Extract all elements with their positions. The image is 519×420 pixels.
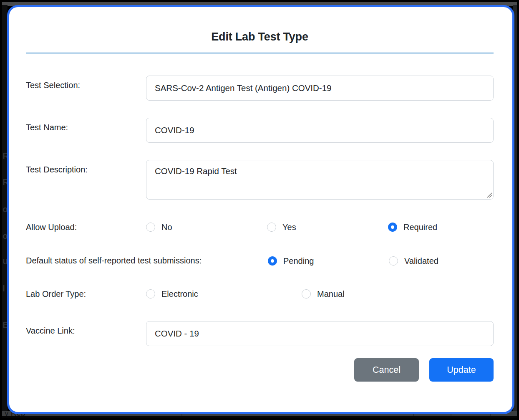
- lab-order-type-label: Lab Order Type:: [26, 288, 146, 300]
- radio-label: No: [161, 222, 172, 232]
- radio-label: Validated: [404, 256, 438, 266]
- test-selection-label: Test Selection:: [26, 76, 146, 91]
- radio-label: Yes: [282, 222, 296, 232]
- vaccine-link-row: Vaccine Link:: [26, 321, 494, 346]
- allow-upload-option-no[interactable]: No: [146, 222, 267, 232]
- test-description-textarea[interactable]: COVID-19 Rapid Test: [146, 160, 494, 200]
- dialog-title: Edit Lab Test Type: [26, 30, 494, 43]
- radio-button-required[interactable]: [388, 223, 397, 232]
- radio-label: Pending: [283, 256, 314, 266]
- default-status-option-validated[interactable]: Validated: [389, 256, 510, 266]
- radio-label: Required: [403, 222, 437, 232]
- allow-upload-label: Allow Upload:: [26, 221, 146, 233]
- radio-button-no[interactable]: [146, 223, 155, 232]
- test-name-input[interactable]: [146, 118, 494, 143]
- update-button[interactable]: Update: [429, 358, 494, 382]
- radio-label: Electronic: [161, 289, 198, 299]
- test-description-label: Test Description:: [26, 160, 146, 176]
- default-status-label-text: Default status of self-reported test sub…: [26, 253, 220, 269]
- radio-button-validated[interactable]: [389, 256, 398, 266]
- test-selection-row: Test Selection:: [26, 76, 494, 101]
- allow-upload-row: Allow Upload: No Yes Required: [26, 221, 494, 233]
- dialog-footer: Cancel Update: [26, 358, 494, 382]
- title-divider: [26, 53, 494, 53]
- vaccine-link-label: Vaccine Link:: [26, 321, 146, 337]
- screenshot-frame: R R o o u l E y Rep Edit Lab Test Type T…: [0, 0, 519, 420]
- radio-button-electronic[interactable]: [146, 289, 155, 299]
- allow-upload-option-required[interactable]: Required: [388, 222, 509, 232]
- lab-order-option-manual[interactable]: Manual: [302, 289, 345, 299]
- radio-button-pending[interactable]: [268, 256, 277, 266]
- default-status-label: Default status of self-reported test sub…: [26, 253, 268, 269]
- backdrop-glyph: l: [3, 284, 5, 293]
- vaccine-link-input[interactable]: [146, 321, 494, 346]
- test-selection-input[interactable]: [146, 76, 494, 101]
- test-description-row: Test Description: COVID-19 Rapid Test: [26, 160, 494, 200]
- test-name-row: Test Name:: [26, 118, 494, 143]
- radio-button-yes[interactable]: [267, 223, 276, 232]
- radio-button-manual[interactable]: [302, 289, 311, 299]
- lab-order-type-row: Lab Order Type: Electronic Manual: [26, 288, 494, 300]
- default-status-option-pending[interactable]: Pending: [268, 256, 389, 266]
- allow-upload-option-yes[interactable]: Yes: [267, 222, 388, 232]
- test-name-label: Test Name:: [26, 118, 146, 134]
- backdrop-bottom-edge: [2, 416, 517, 418]
- edit-lab-test-type-dialog: Edit Lab Test Type Test Selection: Test …: [7, 5, 514, 414]
- cancel-button[interactable]: Cancel: [354, 358, 419, 382]
- default-status-row: Default status of self-reported test sub…: [26, 253, 494, 269]
- radio-label: Manual: [317, 289, 345, 299]
- lab-order-option-electronic[interactable]: Electronic: [146, 289, 302, 299]
